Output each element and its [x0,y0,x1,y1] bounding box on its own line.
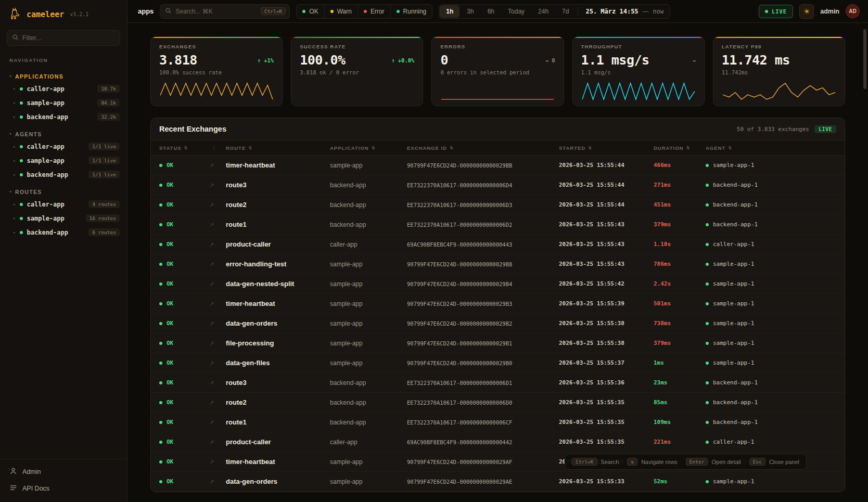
row-route: timer-heartbeat [226,458,330,466]
open-link-icon[interactable]: ↗ [209,439,214,445]
sidebar-item[interactable]: ▸ sample-app 16 routes [0,211,127,225]
table-row[interactable]: OK ↗ data-gen-nested-split sample-app 90… [151,274,845,294]
sort-icon[interactable]: ⋮ [212,146,216,150]
brand: cameleer v3.2.1 [0,0,127,27]
live-toggle[interactable]: LIVE [759,5,793,18]
theme-toggle-button[interactable]: ☀ [799,4,814,19]
nav-section: ▾ APPLICATIONS ▸ caller-app 10.7k ▸ samp… [0,71,127,124]
stat-card[interactable]: EXCHANGES 3.818 ↑ +1% 100.0% success rat… [150,36,283,106]
scrollbar-thumb[interactable] [863,29,866,89]
stat-card[interactable]: ERRORS 0 → 0 0 errors in selected period [431,36,564,106]
column-header[interactable]: DURATION ⇅ [654,145,706,151]
column-header[interactable]: AGENT ⇅ [706,145,836,151]
table-row[interactable]: OK ↗ route2 backend-app EE7322370A10617-… [151,393,845,413]
time-range-button[interactable]: 7d [556,5,575,18]
table-row[interactable]: OK ↗ data-gen-files sample-app 90799F47E… [151,353,845,373]
keyboard-hint: Ctrl+K Search [572,458,619,466]
status-filter-chip[interactable]: Running [390,5,432,18]
column-header[interactable]: STARTED ⇅ [559,145,654,151]
table-row[interactable]: OK ↗ product-caller caller-app 69AC90BF8… [151,235,845,254]
time-range-button[interactable]: Today [502,5,531,18]
sort-icon[interactable]: ⇅ [372,146,376,150]
row-exchange-id: 90799F47E6CD24D-00000000000029B0 [407,360,559,366]
open-link-icon[interactable]: ↗ [209,320,214,327]
global-search-input[interactable] [175,8,257,15]
open-link-icon[interactable]: ↗ [209,340,214,346]
open-link-icon[interactable]: ↗ [209,419,214,426]
table-row[interactable]: OK ↗ route1 backend-app EE7322370A10617-… [151,215,845,235]
time-range-button[interactable]: 24h [532,5,555,18]
sidebar-item[interactable]: ▸ caller-app 4 routes [0,197,127,211]
time-range-button[interactable]: 6h [481,5,501,18]
open-link-icon[interactable]: ↗ [209,479,214,485]
sidebar-item[interactable]: ▸ caller-app 1/1 live [0,139,127,153]
time-range-button[interactable]: 3h [461,5,480,18]
row-status: OK [167,241,173,248]
nav-section-header[interactable]: ▾ APPLICATIONS [0,71,127,82]
column-header[interactable]: STATUS ⇅ [159,145,209,151]
table-row[interactable]: OK ↗ error-handling-test sample-app 9079… [151,254,845,274]
avatar[interactable]: AD [846,4,860,18]
stat-card[interactable]: THROUGHPUT 1.1 msg/s → 1.1 msg/s [572,36,705,106]
open-link-icon[interactable]: ↗ [209,261,214,267]
sidebar-item-label: backend-app [27,113,68,121]
open-link-icon[interactable]: ↗ [209,182,214,188]
column-header[interactable]: EXCHANGE ID ⇅ [407,145,559,151]
table-row[interactable]: OK ↗ product-caller caller-app 69AC90BF8… [151,432,845,452]
sidebar-item[interactable]: ▸ backend-app 32.2k [0,110,127,124]
row-started: 2026-03-25 15:55:38 [559,320,654,327]
table-row[interactable]: OK ↗ data-gen-orders sample-app 90799F47… [151,472,845,492]
open-link-icon[interactable]: ↗ [209,360,214,366]
table-row[interactable]: OK ↗ timer-heartbeat sample-app 90799F47… [151,156,845,175]
sort-icon[interactable]: ⇅ [184,146,188,150]
sidebar-item[interactable]: ▸ backend-app 1/1 live [0,168,127,182]
open-link-icon[interactable]: ↗ [209,380,214,386]
open-link-icon[interactable]: ↗ [209,202,214,208]
table-row[interactable]: OK ↗ route3 backend-app EE7322370A10617-… [151,175,845,195]
row-exchange-id: 69AC90BF8EBC4F9-0000000000000443 [407,241,559,248]
open-link-icon[interactable]: ↗ [209,162,214,169]
table-row[interactable]: OK ↗ route1 backend-app EE7322370A10617-… [151,413,845,432]
stat-label: ERRORS [440,44,555,49]
sidebar-item-admin[interactable]: Admin [0,464,127,480]
sidebar-filter-input[interactable] [22,34,115,42]
sort-icon[interactable]: ⇅ [248,146,252,150]
time-range-button[interactable]: 1h [440,5,459,18]
table-row[interactable]: OK ↗ timer-heartbeat sample-app 90799F47… [151,294,845,314]
stat-card[interactable]: LATENCY P99 11.742 ms 11.742ms [713,36,845,106]
sidebar-item[interactable]: ▸ sample-app 84.1k [0,96,127,110]
sort-icon[interactable]: ⇅ [728,146,732,150]
table-row[interactable]: OK ↗ route3 backend-app EE7322370A10617-… [151,373,845,393]
sort-icon[interactable]: ⇅ [450,146,454,150]
nav-section-header[interactable]: ▾ ROUTES [0,187,127,197]
open-link-icon[interactable]: ↗ [209,281,214,287]
status-filter-chip[interactable]: Error [358,5,390,18]
nav-section-header[interactable]: ▾ AGENTS [0,129,127,139]
table-row[interactable]: OK ↗ file-processing sample-app 90799F47… [151,333,845,353]
sidebar-item-api-docs[interactable]: API Docs [0,480,127,497]
column-header[interactable]: ⋮ [209,146,226,150]
column-header[interactable]: ROUTE ⇅ [226,145,330,151]
open-link-icon[interactable]: ↗ [209,301,214,307]
sidebar-item[interactable]: ▸ caller-app 10.7k [0,82,127,96]
open-link-icon[interactable]: ↗ [209,400,214,406]
sort-icon[interactable]: ⇅ [588,146,592,150]
global-search[interactable]: Ctrl+K [160,4,290,19]
sidebar-item[interactable]: ▸ backend-app 6 routes [0,225,127,239]
sidebar-item[interactable]: ▸ sample-app 1/1 live [0,153,127,168]
status-dot [159,263,162,266]
sort-icon[interactable]: ⇅ [686,146,690,150]
column-header[interactable]: APPLICATION ⇅ [330,145,407,151]
status-filter-chip[interactable]: OK [297,5,324,18]
table-row[interactable]: OK ↗ route2 backend-app EE7322370A10617-… [151,195,845,215]
sidebar-filter[interactable] [7,30,120,46]
open-link-icon[interactable]: ↗ [209,222,214,228]
stat-card[interactable]: SUCCESS RATE 100.0% ↑ +0.0% 3.818 ok / 0… [291,36,423,106]
status-filter-chip[interactable]: Warn [324,5,358,18]
open-link-icon[interactable]: ↗ [209,459,214,465]
table-row[interactable]: OK ↗ data-gen-orders sample-app 90799F47… [151,314,845,333]
open-link-icon[interactable]: ↗ [209,241,214,248]
now-label[interactable]: now [649,8,670,15]
chevron-down-icon: ▾ [9,74,11,79]
person-icon [9,467,17,477]
